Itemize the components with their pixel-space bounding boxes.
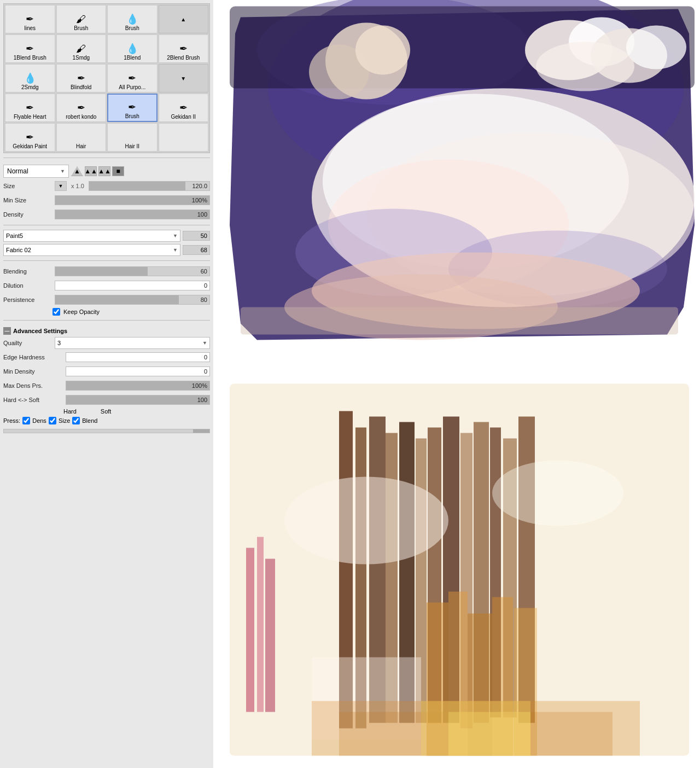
- brush-cell-1smdg[interactable]: 🖌 1Smdg: [56, 34, 107, 63]
- svg-point-9: [536, 42, 634, 91]
- hard-soft-label: Hard <-> Soft: [3, 397, 63, 403]
- brush-cell-lines[interactable]: ✒ lines: [5, 5, 55, 33]
- size-dropdown[interactable]: ▼: [55, 181, 67, 191]
- brush-label-brush2: Brush: [125, 25, 139, 32]
- max-dens-slider[interactable]: 100%: [66, 381, 210, 391]
- brush-label-allpurpose: All Purpo...: [119, 84, 145, 91]
- divider-3: [3, 260, 210, 261]
- hard-soft-slider[interactable]: 100: [66, 395, 210, 405]
- brush-label-2blend: 2Blend Brush: [167, 55, 200, 61]
- brush-cell-flyable[interactable]: ✒ Flyable Heart: [5, 94, 55, 122]
- scroll-down-button[interactable]: ▼: [159, 64, 209, 92]
- persistence-fill: [55, 295, 179, 304]
- dilution-slider[interactable]: 0: [55, 281, 210, 290]
- press-label: Press:: [3, 417, 20, 424]
- press-row: Press: Dens Size Blend: [3, 417, 210, 424]
- brush-cell-blindfold[interactable]: ✒ Blindfold: [56, 64, 107, 92]
- scroll-up-button[interactable]: ▲: [159, 5, 209, 33]
- paint5-value: 50: [201, 232, 207, 239]
- size-checkbox[interactable]: [49, 417, 56, 424]
- brush-icon-blindfold: ✒: [77, 73, 85, 83]
- brush-tip-icons: ▲ ▲▲ ▲▲ ■: [71, 166, 124, 176]
- scrollbar-thumb: [193, 429, 209, 433]
- min-size-label: Min Size: [3, 197, 52, 203]
- brush-cell-allpurpose[interactable]: ✒ All Purpo...: [107, 64, 158, 92]
- size-slider[interactable]: 120.0: [89, 181, 210, 191]
- panel-scrollbar[interactable]: [3, 429, 210, 433]
- paint5-slider[interactable]: 50: [183, 231, 210, 241]
- brush-label-brush1: Brush: [74, 25, 88, 32]
- brush-cell-brush1[interactable]: 🖌 Brush: [56, 5, 107, 33]
- blending-fill: [55, 267, 148, 276]
- paint5-arrow: ▼: [173, 233, 178, 238]
- brush-cell-hair[interactable]: Hair: [56, 123, 107, 152]
- fabric02-arrow: ▼: [173, 247, 178, 253]
- persistence-slider[interactable]: 80: [55, 295, 210, 305]
- edge-hardness-row: Edge Hardness 0: [3, 351, 210, 363]
- fabric02-row: Fabric 02 ▼ 68: [3, 244, 210, 256]
- persistence-value: 80: [201, 296, 207, 303]
- dilution-value: 0: [204, 282, 207, 289]
- blending-value: 60: [201, 268, 207, 275]
- min-density-row: Min Density 0: [3, 365, 210, 377]
- canvas-area[interactable]: [213, 0, 700, 768]
- brush-cell-robert-kondo[interactable]: ✒ robert kondo: [56, 94, 107, 122]
- brush-icon-gekidan-paint: ✒: [26, 132, 34, 142]
- divider-1: [3, 158, 210, 158]
- dens-label: Dens: [32, 417, 46, 424]
- quality-dropdown[interactable]: 3 ▼: [55, 337, 210, 349]
- persistence-row: Persistence 80: [3, 294, 210, 306]
- brush-cell-1blend-brush[interactable]: ✒ 1Blend Brush: [5, 34, 55, 63]
- fabric02-dropdown[interactable]: Fabric 02 ▼: [3, 244, 180, 256]
- advanced-settings-header[interactable]: — Advanced Settings: [3, 327, 210, 335]
- paint5-row: Paint5 ▼ 50: [3, 230, 210, 242]
- min-density-slider[interactable]: 0: [66, 366, 210, 376]
- brush-cell-2blend-brush[interactable]: ✒ 2Blend Brush: [159, 34, 209, 63]
- blend-checkbox[interactable]: [72, 417, 80, 424]
- hard-soft-value: 100: [197, 397, 207, 403]
- brush-settings-panel: ✒ lines 🖌 Brush 💧 Brush ▲ ✒ 1Blend Brush…: [0, 0, 213, 768]
- dilution-label: Dilution: [3, 282, 52, 289]
- keep-opacity-label: Keep Opacity: [63, 309, 100, 315]
- max-dens-fill: [66, 381, 209, 390]
- brush-cell-hair2[interactable]: Hair II: [107, 123, 158, 152]
- tip-icon-4[interactable]: ■: [112, 166, 124, 176]
- edge-hardness-slider[interactable]: 0: [66, 352, 210, 362]
- min-size-value: 100%: [192, 197, 207, 203]
- svg-point-8: [626, 26, 686, 69]
- painting-bottom: [230, 384, 689, 756]
- dilution-row: Dilution 0: [3, 280, 210, 292]
- tip-icon-3[interactable]: ▲▲: [98, 166, 110, 176]
- hard-soft-fill: [66, 395, 209, 404]
- size-check-label: Size: [59, 417, 70, 424]
- size-slider-fill: [89, 182, 185, 190]
- tip-icon-1[interactable]: ▲: [71, 166, 83, 176]
- min-size-slider[interactable]: 100%: [55, 195, 210, 205]
- svg-rect-50: [448, 712, 530, 756]
- fabric02-slider[interactable]: 68: [183, 245, 210, 255]
- brush-cell-1blend[interactable]: 💧 1Blend: [107, 34, 158, 63]
- brush-cell-brush-selected[interactable]: ✒ Brush: [107, 94, 158, 122]
- blend-mode-label: Normal: [7, 167, 28, 175]
- blend-mode-dropdown[interactable]: Normal ▼: [3, 165, 69, 178]
- brush-cell-2smdg[interactable]: 💧 2Smdg: [5, 64, 55, 92]
- brush-cell-gekidan-paint[interactable]: ✒ Gekidan Paint: [5, 123, 55, 152]
- quality-row: Quailty 3 ▼: [3, 337, 210, 349]
- brush-label-flyable: Flyable Heart: [14, 114, 46, 120]
- advanced-toggle-icon[interactable]: —: [3, 327, 11, 335]
- brush-label-lines: lines: [24, 25, 36, 32]
- brush-cell-brush2[interactable]: 💧 Brush: [107, 5, 158, 33]
- density-slider[interactable]: 100: [55, 210, 210, 219]
- keep-opacity-checkbox[interactable]: [52, 308, 60, 316]
- brush-icon-2smdg: 💧: [24, 73, 36, 83]
- tip-icon-2[interactable]: ▲▲: [85, 166, 97, 176]
- paint5-dropdown[interactable]: Paint5 ▼: [3, 230, 180, 242]
- dens-checkbox[interactable]: [22, 417, 30, 424]
- brush-label-1blend2: 1Blend: [124, 55, 141, 61]
- size-value: 120.0: [192, 183, 207, 189]
- divider-2: [3, 225, 210, 225]
- brush-label-1blend: 1Blend Brush: [14, 55, 46, 61]
- blending-slider[interactable]: 60: [55, 266, 210, 276]
- brush-cell-gekidan2[interactable]: ✒ Gekidan II: [159, 94, 209, 122]
- brush-label-hair: Hair: [76, 143, 86, 150]
